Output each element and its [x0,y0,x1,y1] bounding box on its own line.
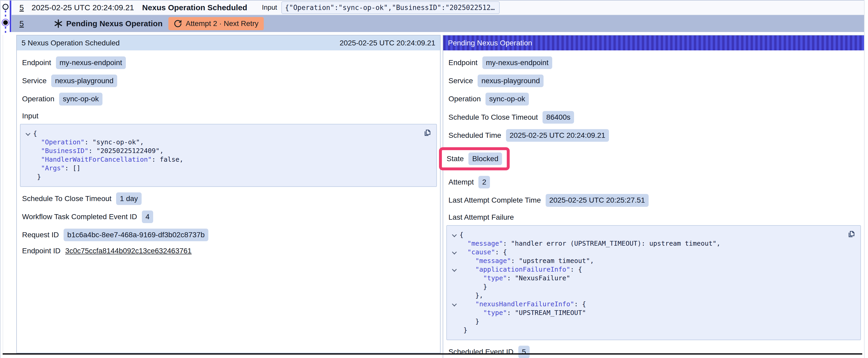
annotation-highlight: StateBlocked [439,147,510,170]
code-text: } [460,326,467,334]
timeline-filled-dot-icon [3,20,8,25]
frame-border-left [0,0,1,358]
code-gutter [449,283,460,291]
field-label: Request ID [22,231,59,239]
collapse-chevron-icon[interactable] [452,301,457,306]
code-line: "BusinessID": "20250225122409", [23,147,432,155]
field-row: Endpointmy-nexus-endpoint [448,57,859,69]
code-gutter [449,256,460,265]
field-row: StateBlocked [448,147,859,170]
field-label: Service [448,77,473,85]
event-id-link[interactable]: 5 [20,3,32,12]
scrollbar-track[interactable] [864,0,868,358]
content-gutter-line [3,35,3,353]
attempt-retry-label: Attempt 2 · Next Retry [186,20,258,28]
copy-icon [847,229,856,238]
retry-icon [174,20,182,28]
panel-body: Endpointmy-nexus-endpointServicenexus-pl… [443,51,864,358]
field-value-badge: my-nexus-endpoint [482,57,552,69]
failure-group-label: Last Attempt Failure [448,213,859,222]
input-json-viewer: { "Operation": "sync-op-ok", "BusinessID… [20,124,437,187]
field-label: Endpoint [22,59,51,67]
field-value-link[interactable]: 3c0c75ccfa8144b092c13ce632463761 [65,247,191,255]
timeline-open-circle-icon [3,4,8,9]
field-value-badge: b1c6a4bc-8ee7-468a-9169-df3b02c8737b [64,229,208,241]
input-label: Input [262,3,277,11]
collapse-chevron-icon[interactable] [452,267,457,272]
collapse-chevron-icon[interactable] [452,250,457,254]
event-time: 2025-02-25 UTC 20:24:09.21 [32,3,135,12]
code-text: "type": "UPSTREAM_TIMEOUT" [460,308,586,317]
code-gutter [449,274,460,283]
event-id-link[interactable]: 5 [20,19,32,28]
code-gutter [449,230,460,239]
code-text: }, [460,291,483,300]
copy-button[interactable] [847,229,856,238]
event-row-pending[interactable]: 5 Pending Nexus Operation Attempt 2 · Ne… [11,15,864,32]
code-line: "Operation": "sync-op-ok", [23,138,432,147]
copy-button[interactable] [423,128,432,137]
field-label: Scheduled Event ID [448,348,514,356]
field-value-badge: nexus-playground [477,74,544,87]
temporal-event-history-view: 5 2025-02-25 UTC 20:24:09.21 Nexus Opera… [0,0,868,358]
code-gutter [449,248,460,256]
field-value-badge: 86400s [542,111,574,124]
active-event-indicator-bar [10,1,11,32]
code-gutter [23,138,33,147]
field-value-badge: Blocked [468,153,502,165]
event-title: Nexus Operation Scheduled [142,3,252,12]
code-line: "message": "handler error (UPSTREAM_TIME… [449,239,856,248]
field-row: Servicenexus-playground [448,74,859,87]
field-value-badge: 2 [478,176,490,189]
panel-header-scheduled: 5 Nexus Operation Scheduled 2025-02-25 U… [17,35,440,51]
field-row: Request IDb1c6a4bc-8ee7-468a-9169-df3b02… [22,229,435,241]
event-detail-panel-pending: Pending Nexus Operation Endpointmy-nexus… [443,35,865,358]
code-line: "type": "UPSTREAM_TIMEOUT" [449,308,856,317]
field-row: Attempt2 [448,176,859,189]
code-gutter [449,326,460,334]
code-gutter [449,308,460,317]
code-line: "type": "NexusFailure" [449,274,856,283]
field-label: State [446,155,464,163]
panel-title: Pending Nexus Operation [448,39,532,47]
event-row-scheduled[interactable]: 5 2025-02-25 UTC 20:24:09.21 Nexus Opera… [11,1,864,15]
code-gutter [23,164,33,172]
field-label: Endpoint [448,59,477,67]
code-text: { [460,230,463,239]
field-row: Endpointmy-nexus-endpoint [22,57,435,69]
code-line: "message": "upstream timeout", [449,256,856,265]
collapse-chevron-icon[interactable] [452,232,457,237]
code-line: } [449,283,856,291]
field-value-badge: sync-op-ok [59,93,102,105]
field-row: Servicenexus-playground [22,74,435,87]
field-row: Operationsync-op-ok [22,93,435,105]
field-value-badge: 4 [142,210,153,223]
input-json-preview: {"Operation":"sync-op-ok","BusinessID":"… [281,1,500,14]
code-text: } [33,172,41,181]
code-line: } [449,326,856,334]
field-label: Operation [22,95,54,103]
field-row: Endpoint ID3c0c75ccfa8144b092c13ce632463… [22,247,435,255]
code-text: "Operation": "sync-op-ok", [33,138,144,147]
code-gutter [449,265,460,274]
failure-json-viewer: { "message": "handler error (UPSTREAM_TI… [446,225,861,340]
field-value-badge: 2025-02-25 UTC 20:24:09.21 [506,129,609,142]
bottom-divider [3,353,862,355]
pending-asterisk-icon [54,19,63,28]
code-line: "Args": [] [23,164,432,172]
input-group-label: Input [22,112,435,120]
code-line: }, [449,291,856,300]
field-row: Schedule To Close Timeout86400s [448,111,859,124]
field-value-badge: 1 day [116,192,142,205]
field-row: Last Attempt Complete Time2025-02-25 UTC… [448,194,859,206]
code-gutter [449,317,460,326]
code-text: "BusinessID": "20250225122409", [33,147,164,155]
code-gutter [23,172,33,181]
collapse-chevron-icon[interactable] [26,131,30,136]
code-gutter [23,155,33,164]
field-row: Workflow Task Completed Event ID4 [22,210,435,223]
code-text: "message": "handler error (UPSTREAM_TIME… [460,239,720,248]
code-line: { [23,129,432,138]
code-text: "applicationFailureInfo": { [460,265,582,274]
code-text: "message": "upstream timeout", [460,256,594,265]
